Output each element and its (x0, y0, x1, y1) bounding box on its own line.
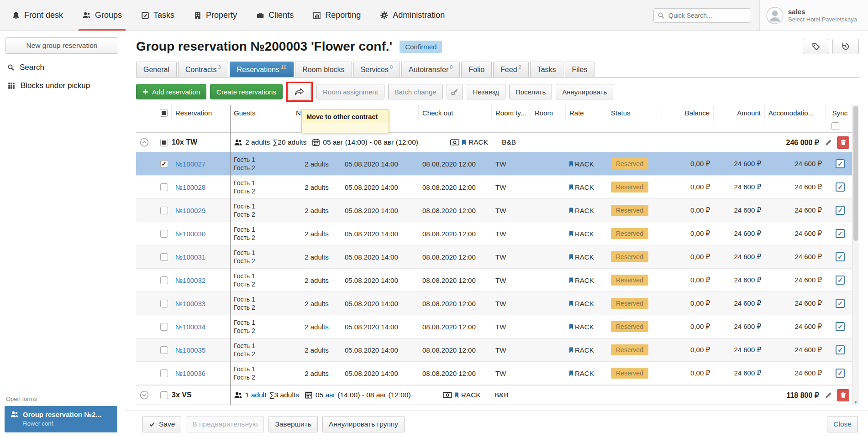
group-checkbox[interactable] (160, 139, 168, 146)
row-checkbox[interactable] (160, 183, 168, 191)
reservation-link[interactable]: №100035 (175, 346, 205, 354)
col-header-balance[interactable]: Balance (662, 105, 714, 120)
sync-checkbox[interactable] (836, 322, 845, 331)
col-header-sync[interactable]: Sync (826, 105, 855, 120)
table-row[interactable]: №100032Гость 1Гость 22 adults05.08.2020 … (136, 269, 852, 292)
col-header-room[interactable]: Room (531, 105, 566, 120)
nav-item-tasks[interactable]: Tasks (139, 0, 176, 31)
table-row[interactable]: №100033Гость 1Гость 22 adults05.08.2020 … (136, 292, 852, 315)
close-button[interactable]: Close (827, 416, 858, 432)
scrollbar-down-arrow[interactable]: ▼ (852, 400, 859, 405)
sync-all-checkbox[interactable] (831, 122, 839, 130)
sync-checkbox[interactable] (836, 252, 845, 261)
annul-group-button[interactable]: Аннулировать группу (322, 416, 405, 432)
nav-item-administration[interactable]: Administration (378, 0, 447, 31)
col-header-rate[interactable]: Rate (566, 105, 607, 120)
sync-checkbox[interactable] (836, 276, 845, 285)
row-checkbox[interactable] (160, 323, 168, 331)
col-header-room-type[interactable]: Room ty... (492, 105, 531, 120)
table-row[interactable]: №100031Гость 1Гость 22 adults05.08.2020 … (136, 245, 852, 269)
nav-item-property[interactable]: Property (192, 0, 239, 31)
tab-tasks[interactable]: Tasks (530, 62, 563, 77)
row-checkbox[interactable] (160, 369, 168, 377)
sync-checkbox[interactable] (836, 182, 845, 192)
group-row[interactable]: 10x TW2 adults∑20 adults05 авг (14:00) -… (136, 132, 852, 152)
col-header-accommodation[interactable]: Accomodatio... (765, 105, 826, 120)
col-header-check-out[interactable]: Check out (419, 105, 492, 120)
user-menu[interactable]: sales Select Hotel Paveletskaya (759, 0, 868, 31)
delete-group-button[interactable] (837, 389, 849, 401)
table-row[interactable]: №100035Гость 1Гость 22 adults05.08.2020 … (136, 338, 852, 362)
to-preliminary-button[interactable]: В предварительную (186, 416, 264, 432)
annul-button[interactable]: Аннулировать (556, 84, 613, 99)
col-header-amount[interactable]: Amount (714, 105, 765, 120)
new-group-reservation-button[interactable]: New group reservation (5, 37, 118, 54)
tab-general[interactable]: General (136, 62, 177, 77)
settle-button[interactable]: Поселить (509, 84, 552, 99)
col-header-guests[interactable]: Guests (230, 105, 292, 120)
tab-room-blocks[interactable]: Room blocks (295, 62, 352, 77)
select-all-checkbox[interactable] (160, 109, 168, 117)
row-checkbox[interactable] (160, 230, 168, 238)
keys-button[interactable] (447, 84, 463, 99)
reservation-link[interactable]: №100029 (175, 207, 205, 214)
tags-button[interactable] (803, 39, 829, 54)
open-form-card[interactable]: Group reservation №2... Flower conf. (5, 406, 117, 432)
nav-item-front-desk[interactable]: Front desk (10, 0, 65, 31)
tab-reservations[interactable]: Reservations16 (230, 62, 294, 77)
reservation-link[interactable]: №100031 (175, 253, 205, 261)
delete-group-button[interactable] (837, 136, 849, 149)
no-show-button[interactable]: Незаезд (467, 84, 505, 99)
reservation-link[interactable]: №100036 (175, 369, 205, 377)
sync-checkbox[interactable] (836, 159, 845, 168)
col-header-status[interactable]: Status (607, 105, 662, 120)
table-row[interactable]: №100027Гость 1Гость 22 adults05.08.2020 … (136, 152, 852, 176)
sync-checkbox[interactable] (836, 345, 845, 354)
reservation-link[interactable]: №100032 (175, 276, 205, 284)
table-row[interactable]: №100029Гость 1Гость 22 adults05.08.2020 … (136, 199, 852, 222)
nav-item-clients[interactable]: Clients (254, 0, 295, 31)
tab-contracts[interactable]: Contracts3 (178, 62, 228, 77)
edit-group-button[interactable] (825, 391, 832, 399)
row-checkbox[interactable] (160, 346, 168, 354)
finish-button[interactable]: Завершить (268, 416, 318, 432)
sync-checkbox[interactable] (836, 206, 845, 215)
sync-checkbox[interactable] (836, 299, 845, 308)
col-header-reservation[interactable]: Reservation (172, 105, 230, 120)
batch-change-button[interactable]: Batch change (388, 84, 443, 99)
table-row[interactable]: №100034Гость 1Гость 22 adults05.08.2020 … (136, 315, 852, 338)
sync-checkbox[interactable] (836, 229, 845, 238)
row-checkbox[interactable] (160, 300, 168, 307)
reservation-link[interactable]: №100034 (175, 323, 205, 331)
table-scrollbar[interactable]: ▼ (852, 105, 859, 405)
row-checkbox[interactable] (160, 160, 168, 168)
history-button[interactable] (832, 39, 859, 54)
row-checkbox[interactable] (160, 207, 168, 214)
sync-checkbox[interactable] (836, 369, 845, 378)
reservation-link[interactable]: №100027 (175, 160, 205, 168)
create-reservations-button[interactable]: Create reservations (210, 84, 283, 99)
tab-folio[interactable]: Folio (461, 62, 492, 77)
group-checkbox[interactable] (160, 391, 168, 399)
tab-autotransfer[interactable]: Autotransfer0 (401, 62, 460, 77)
sidebar-item-search[interactable]: Search (0, 58, 124, 77)
quick-search-input[interactable] (653, 8, 751, 23)
sidebar-item-blocks-under-pickup[interactable]: Blocks under pickup (0, 77, 124, 95)
chevron-circle-down-icon[interactable] (140, 390, 149, 400)
group-row[interactable]: 3x VS1 adult∑3 adults05 авг (14:00) - 08… (136, 385, 852, 405)
table-row[interactable]: №100036Гость 1Гость 22 adults05.08.2020 … (136, 362, 852, 385)
table-row[interactable]: №100030Гость 1Гость 22 adults05.08.2020 … (136, 222, 852, 245)
chevron-circle-up-icon[interactable] (140, 138, 149, 147)
nav-item-groups[interactable]: Groups (80, 0, 124, 31)
save-button[interactable]: Save (142, 416, 181, 432)
add-reservation-button[interactable]: Add reservation (136, 84, 206, 99)
row-checkbox[interactable] (160, 253, 168, 261)
tab-feed[interactable]: Feed2 (493, 62, 529, 77)
reservation-link[interactable]: №100028 (175, 183, 205, 191)
tab-services[interactable]: Services0 (353, 62, 400, 77)
move-to-other-contract-button[interactable] (289, 84, 310, 99)
scrollbar-thumb[interactable] (853, 106, 858, 241)
nav-item-reporting[interactable]: Reporting (311, 0, 363, 31)
reservation-link[interactable]: №100033 (175, 300, 205, 307)
room-assignment-button[interactable]: Room assignment (316, 84, 384, 99)
